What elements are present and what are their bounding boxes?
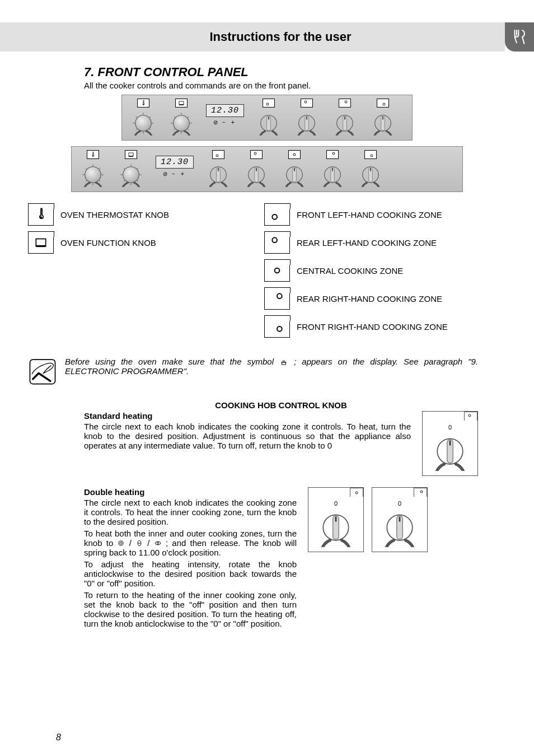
zone-front-left-icon bbox=[212, 150, 224, 159]
zone-knob bbox=[244, 162, 269, 187]
page-header: Instructions for the user bbox=[0, 22, 534, 52]
knob-zero-label: 0 bbox=[334, 500, 338, 507]
clock-display: 12.30 bbox=[156, 156, 194, 169]
note-text: Before using the oven make sure that the… bbox=[65, 357, 478, 376]
zone-rear-right-icon bbox=[326, 150, 339, 159]
function-knob bbox=[119, 162, 143, 187]
zone-knob bbox=[430, 432, 470, 471]
control-panel-5zone: 12.30 ⊘−+ bbox=[71, 146, 463, 192]
double-heating-p1: The circle next to each knob indicates t… bbox=[84, 498, 297, 526]
double-ring-icon bbox=[117, 539, 125, 547]
zone-knob bbox=[358, 162, 383, 187]
legend-label: OVEN FUNCTION KNOB bbox=[60, 238, 156, 248]
zone-rear-right-icon bbox=[414, 488, 427, 497]
zone-front-right-icon bbox=[364, 150, 377, 159]
zone-knob bbox=[320, 162, 345, 187]
zone-knob bbox=[380, 508, 419, 547]
clock-buttons: ⊘−+ bbox=[213, 119, 237, 125]
legend: OVEN THERMOSTAT KNOB OVEN FUNCTION KNOB … bbox=[28, 203, 478, 343]
zone-central-icon bbox=[288, 150, 301, 159]
header-corner-badge bbox=[505, 22, 534, 52]
thermostat-knob bbox=[131, 111, 156, 136]
zone-rear-right-icon bbox=[264, 287, 290, 310]
knob-zero-label: 0 bbox=[398, 500, 401, 507]
note-block: Before using the oven make sure that the… bbox=[28, 357, 478, 386]
standard-heating-body: The circle next to each knob indicates t… bbox=[84, 422, 411, 450]
legend-label: FRONT RIGHT-HAND COOKING ZONE bbox=[297, 322, 448, 332]
double-heating-block: Double heating The circle next to each k… bbox=[56, 487, 478, 631]
legend-label: REAR LEFT-HAND COOKING ZONE bbox=[297, 238, 437, 248]
function-knob bbox=[169, 111, 194, 136]
clock-buttons: ⊘−+ bbox=[163, 171, 186, 176]
page-title: Instructions for the user bbox=[56, 22, 505, 52]
zone-front-left-icon bbox=[263, 99, 275, 108]
legend-label: REAR RIGHT-HAND COOKING ZONE bbox=[297, 294, 442, 304]
knob-zero-label: 0 bbox=[448, 424, 452, 431]
section-heading: 7. FRONT CONTROL PANEL bbox=[84, 65, 478, 80]
page-number: 8 bbox=[56, 732, 61, 743]
double-heating-p3: To adjust the heating intensity, rotate … bbox=[84, 559, 297, 588]
thermometer-icon bbox=[137, 99, 149, 108]
zone-knob bbox=[256, 111, 281, 136]
thermometer-icon bbox=[87, 150, 99, 159]
zone-knob bbox=[316, 508, 355, 547]
thermostat-knob bbox=[81, 162, 105, 187]
zone-knob bbox=[206, 162, 231, 187]
standard-heating-title: Standard heating bbox=[84, 411, 411, 421]
note-icon bbox=[28, 357, 57, 386]
oven-function-icon bbox=[28, 231, 54, 254]
utensils-icon bbox=[510, 27, 529, 46]
thermometer-icon bbox=[28, 203, 54, 226]
zone-central-icon bbox=[350, 488, 363, 497]
double-heating-title: Double heating bbox=[84, 487, 297, 497]
zone-rear-right-icon bbox=[339, 99, 351, 108]
zone-rear-left-icon bbox=[264, 231, 290, 254]
zone-front-right-icon bbox=[264, 315, 290, 338]
zone-front-left-icon bbox=[264, 203, 290, 226]
split-vertical-icon bbox=[135, 539, 143, 547]
standard-heating-block: Standard heating The circle next to each… bbox=[56, 411, 478, 476]
clock-display: 12.30 bbox=[206, 104, 244, 117]
zone-rear-left-icon bbox=[250, 150, 263, 159]
double-heating-p4: To return to the heating of the inner co… bbox=[84, 590, 297, 628]
legend-label: OVEN THERMOSTAT KNOB bbox=[60, 210, 169, 220]
zone-knob bbox=[371, 111, 395, 136]
double-heating-figure: 0 0 bbox=[308, 487, 428, 552]
legend-label: CENTRAL COOKING ZONE bbox=[297, 266, 403, 276]
zone-central-icon bbox=[264, 259, 290, 282]
zone-knob bbox=[294, 111, 319, 136]
zone-front-right-icon bbox=[377, 99, 389, 108]
control-panel-4zone: 12.30 ⊘−+ bbox=[121, 95, 413, 141]
oven-function-icon bbox=[125, 150, 137, 159]
oval-horizontal-icon bbox=[154, 539, 162, 547]
zone-rear-left-icon bbox=[301, 99, 313, 108]
legend-label: FRONT LEFT-HAND COOKING ZONE bbox=[297, 210, 442, 220]
page-content: 7. FRONT CONTROL PANEL All the cooker co… bbox=[0, 52, 534, 631]
zone-rear-left-icon bbox=[464, 412, 477, 421]
section-intro: All the cooker controls and commands are… bbox=[84, 81, 478, 90]
standard-heating-figure: 0 bbox=[422, 411, 478, 476]
double-heating-p2: To heat both the inner and outer cooking… bbox=[84, 529, 297, 557]
header-spacer bbox=[0, 22, 56, 52]
zone-knob bbox=[282, 162, 307, 187]
pot-icon bbox=[279, 358, 288, 366]
zone-knob bbox=[332, 111, 357, 136]
hob-heading: COOKING HOB CONTROL KNOB bbox=[56, 400, 478, 410]
oven-function-icon bbox=[175, 99, 188, 108]
